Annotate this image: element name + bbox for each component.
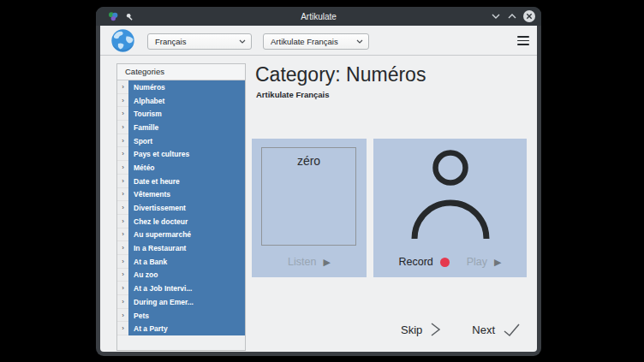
course-subtitle: Artikulate Français — [256, 90, 330, 99]
listen-button[interactable]: Listen ▶ — [252, 256, 367, 268]
person-icon — [409, 150, 492, 246]
sidebar-item-pets[interactable]: ›Pets — [117, 309, 245, 323]
chevron-down-icon — [356, 39, 363, 44]
sidebar-item-meteo[interactable]: ›Météo — [117, 161, 245, 175]
sidebar-item-label: Sport — [128, 134, 245, 148]
sidebar-item-divertissement[interactable]: ›Divertissement — [117, 201, 245, 215]
next-check-icon[interactable] — [503, 323, 521, 337]
sidebar-item-famille[interactable]: ›Famille — [117, 121, 245, 134]
categories-list: ›Numéros ›Alphabet ›Tourism ›Famille ›Sp… — [117, 80, 245, 335]
window-content: Français Artikulate Français Categories — [100, 26, 537, 352]
skip-chevron-icon[interactable] — [430, 322, 441, 337]
expander-icon[interactable]: › — [117, 322, 128, 335]
sidebar-item-date-et-heure[interactable]: ›Date et heure — [117, 175, 245, 188]
skip-button[interactable]: Skip — [401, 323, 422, 336]
sidebar-item-at-a-bank[interactable]: ›At a Bank — [117, 255, 245, 269]
expander-icon[interactable]: › — [117, 215, 128, 228]
play-triangle-icon[interactable]: ▶ — [494, 258, 501, 267]
artikulate-window: Artikulate — [96, 7, 541, 356]
expander-icon[interactable]: › — [117, 161, 128, 175]
record-card: Record Play ▶ — [373, 139, 527, 277]
sidebar-item-label: During an Emer... — [128, 295, 245, 309]
expander-icon[interactable]: › — [117, 94, 128, 108]
sidebar-item-label: At a Party — [128, 322, 245, 335]
sidebar-item-label: In a Restaurant — [128, 241, 245, 255]
course-select[interactable]: Artikulate Français — [263, 33, 369, 50]
phrase-text: zéro — [262, 154, 355, 168]
sidebar-item-label: Au supermarché — [128, 228, 245, 242]
language-select[interactable]: Français — [147, 33, 252, 50]
record-button[interactable] — [440, 258, 450, 267]
expander-icon[interactable]: › — [117, 147, 128, 161]
categories-header: Categories — [117, 64, 245, 80]
sidebar-item-label: Pets — [128, 309, 245, 323]
record-play-controls: Record Play ▶ — [373, 256, 527, 268]
sidebar-item-label: Numéros — [128, 80, 245, 94]
app-icon[interactable] — [108, 11, 118, 21]
categories-panel: Categories ›Numéros ›Alphabet ›Tourism ›… — [116, 63, 246, 351]
navigation-row: Skip Next — [401, 322, 521, 337]
globe-icon — [110, 28, 135, 56]
sidebar-item-vetements[interactable]: ›Vêtements — [117, 188, 245, 202]
course-select-value: Artikulate Français — [271, 37, 356, 46]
expander-icon[interactable]: › — [117, 175, 128, 188]
desktop-background: Artikulate — [0, 0, 644, 362]
expander-icon[interactable]: › — [117, 255, 128, 269]
record-label: Record — [398, 256, 432, 268]
toolbar: Français Artikulate Français — [100, 26, 537, 56]
sidebar-item-sport[interactable]: ›Sport — [117, 134, 245, 148]
phrase-card: zéro Listen ▶ — [252, 139, 367, 277]
titlebar[interactable]: Artikulate — [96, 7, 541, 26]
sidebar-item-label: Date et heure — [128, 175, 245, 188]
sidebar-item-label: Chez le docteur — [128, 215, 245, 228]
menu-icon[interactable] — [517, 36, 529, 45]
minimize-icon[interactable] — [491, 11, 501, 21]
next-button[interactable]: Next — [472, 323, 495, 336]
maximize-icon[interactable] — [507, 11, 517, 21]
expander-icon[interactable]: › — [117, 188, 128, 202]
sidebar-item-in-a-restaurant[interactable]: ›In a Restaurant — [117, 241, 245, 255]
sidebar-item-chez-le-docteur[interactable]: ›Chez le docteur — [117, 215, 245, 228]
expander-icon[interactable]: › — [117, 295, 128, 309]
sidebar-item-label: Divertissement — [128, 201, 245, 215]
sidebar-item-at-a-party[interactable]: ›At a Party — [117, 322, 245, 335]
expander-icon[interactable]: › — [117, 228, 128, 242]
sidebar-item-label: Tourism — [128, 107, 245, 121]
sidebar-item-tourism[interactable]: ›Tourism — [117, 107, 245, 121]
page-title: Category: Numéros — [255, 63, 426, 86]
sidebar-item-label: Météo — [128, 161, 245, 175]
sidebar-item-alphabet[interactable]: ›Alphabet — [117, 94, 245, 108]
window-title: Artikulate — [96, 12, 541, 21]
sidebar-item-label: At a Bank — [128, 255, 245, 269]
phrase-box: zéro — [261, 147, 356, 246]
sidebar-item-au-zoo[interactable]: ›Au zoo — [117, 269, 245, 282]
language-select-value: Français — [155, 37, 239, 46]
sidebar-item-label: Pays et cultures — [128, 147, 245, 161]
play-label: Play — [467, 256, 487, 268]
expander-icon[interactable]: › — [117, 309, 128, 323]
expander-icon[interactable]: › — [117, 121, 128, 134]
sidebar-item-numeros[interactable]: ›Numéros — [117, 80, 245, 94]
sidebar-item-pays-et-cultures[interactable]: ›Pays et cultures — [117, 147, 245, 161]
expander-icon[interactable]: › — [117, 134, 128, 148]
sidebar-item-label: Famille — [128, 121, 245, 134]
expander-icon[interactable]: › — [117, 269, 128, 282]
close-icon[interactable] — [523, 10, 535, 22]
listen-label: Listen — [288, 256, 316, 268]
expander-icon[interactable]: › — [117, 241, 128, 255]
chevron-down-icon — [239, 39, 246, 44]
sidebar-item-label: Alphabet — [128, 94, 245, 108]
sidebar-item-during-an-emergency[interactable]: ›During an Emer... — [117, 295, 245, 309]
sidebar-item-label: Au zoo — [128, 269, 245, 282]
sidebar-item-at-a-job-interview[interactable]: ›At a Job Intervi... — [117, 282, 245, 295]
pin-icon[interactable] — [125, 12, 134, 21]
sidebar-item-label: Vêtements — [128, 188, 245, 202]
expander-icon[interactable]: › — [117, 80, 128, 94]
sidebar-item-au-supermarche[interactable]: ›Au supermarché — [117, 228, 245, 242]
expander-icon[interactable]: › — [117, 201, 128, 215]
expander-icon[interactable]: › — [117, 282, 128, 295]
play-triangle-icon: ▶ — [323, 258, 330, 267]
expander-icon[interactable]: › — [117, 107, 128, 121]
sidebar-item-label: At a Job Intervi... — [128, 282, 245, 295]
